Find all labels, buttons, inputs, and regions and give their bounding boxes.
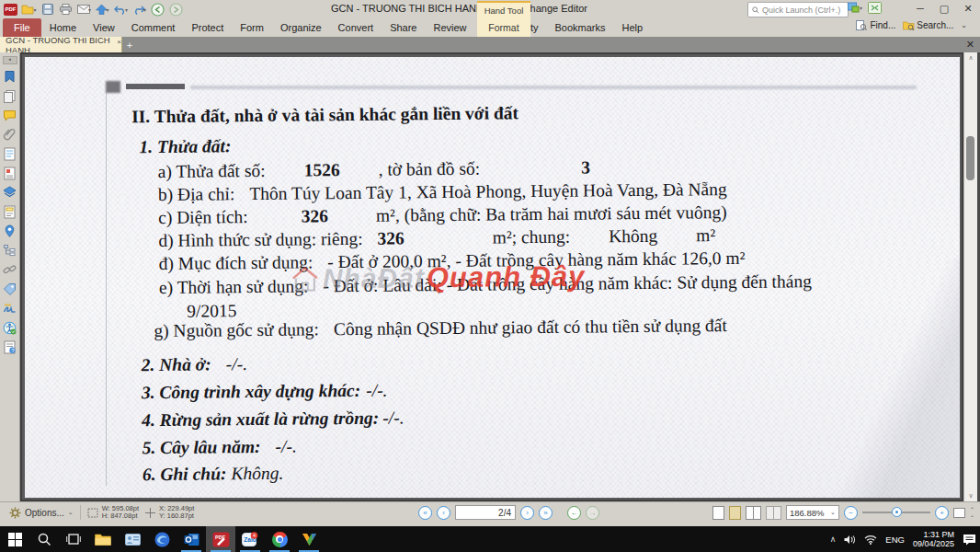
language-indicator[interactable]: ENG: [885, 535, 905, 545]
ribbon-tab-comment[interactable]: Comment: [123, 18, 184, 37]
section-5: 5. Cây lâu năm:-/-.: [142, 437, 296, 459]
document-tab-active[interactable]: GCN - TRUONG THI BICH HANH ×: [0, 37, 122, 52]
destinations-panel-icon[interactable]: [3, 147, 17, 161]
ribbon-tab-form[interactable]: Form: [232, 18, 272, 37]
new-tab-button[interactable]: +: [122, 37, 137, 52]
wifi-icon[interactable]: [864, 535, 877, 545]
tags-panel-icon[interactable]: [3, 282, 17, 296]
clock[interactable]: 1:31 PM 09/04/2025: [913, 530, 954, 548]
scroll-down-icon[interactable]: ∨: [968, 490, 973, 501]
panel-collapse-handle[interactable]: ◂: [3, 56, 17, 64]
scrollbar-thumb[interactable]: [966, 136, 974, 180]
content-panel-icon[interactable]: [3, 167, 17, 180]
bookmarks-panel-icon[interactable]: [3, 70, 17, 84]
attachments-panel-icon[interactable]: [3, 128, 17, 142]
close-button[interactable]: ✕: [956, 0, 980, 17]
undo-icon[interactable]: ▾: [113, 3, 129, 17]
volume-icon[interactable]: [844, 535, 856, 545]
zoom-in-button[interactable]: +: [935, 506, 949, 520]
tab-close-icon[interactable]: ×: [117, 38, 121, 46]
contextual-tab-group: Hand Tool Format: [477, 1, 530, 37]
section-heading: II. Thửa đất, nhà ở và tài sản khác gắn …: [131, 103, 518, 127]
zoom-slider[interactable]: [862, 512, 930, 513]
signatures-panel-icon[interactable]: [3, 302, 17, 316]
structure-panel-icon[interactable]: [3, 244, 17, 258]
line-e-cont: 9/2015: [187, 301, 236, 322]
two-page-continuous-layout-icon[interactable]: [766, 506, 781, 520]
prev-view-button[interactable]: ←: [567, 506, 581, 520]
zalo-icon[interactable]: Zalo4: [235, 526, 265, 552]
vertical-scrollbar[interactable]: ∧ ∨: [963, 52, 977, 501]
notification-center-icon[interactable]: [963, 534, 976, 546]
options-button[interactable]: Options... ⌄: [9, 507, 74, 519]
share-icon[interactable]: ▾: [95, 3, 110, 17]
scroll-up-icon[interactable]: ∧: [968, 52, 973, 63]
people-app-icon[interactable]: [118, 526, 147, 552]
comments-panel-icon[interactable]: [3, 109, 17, 122]
v-app-icon[interactable]: [294, 526, 324, 552]
zoom-out-button[interactable]: −: [844, 506, 858, 520]
ribbon-tab-protect[interactable]: Protect: [183, 18, 232, 37]
minimize-button[interactable]: ─: [908, 0, 932, 17]
fields-panel-icon[interactable]: [3, 205, 17, 219]
layers-panel-icon[interactable]: [3, 186, 17, 200]
file-explorer-icon[interactable]: [88, 526, 118, 552]
panel-icon-bar: ◂ ?: [0, 52, 20, 501]
chevron-down-icon[interactable]: ⌄: [961, 21, 967, 29]
two-page-layout-icon[interactable]: [746, 506, 761, 520]
thumbnails-panel-icon[interactable]: [3, 89, 17, 103]
line-a: a) Thửa đất số:1526, tờ bản đồ số:3: [158, 157, 590, 182]
find-button[interactable]: Find...: [856, 20, 895, 30]
maximize-button[interactable]: ▢: [932, 0, 956, 17]
ribbon-tab-convert[interactable]: Convert: [330, 18, 382, 37]
tabstrip-close-icon[interactable]: ✕: [966, 39, 974, 51]
search-button[interactable]: Search...: [903, 20, 953, 30]
statusbar-expand-icon[interactable]: ⌃⌄: [970, 507, 974, 518]
ribbon-tab-format[interactable]: Format: [477, 22, 530, 33]
links-panel-icon[interactable]: [3, 263, 17, 277]
pdf-xchange-taskbar-icon[interactable]: PDF: [206, 526, 235, 552]
save-icon[interactable]: [40, 3, 55, 17]
accessibility-panel-icon[interactable]: [3, 321, 17, 335]
document-pane[interactable]: II. Thửa đất, nhà ở và tài sản khác gắn …: [20, 52, 963, 501]
task-view-icon[interactable]: [59, 526, 88, 552]
app-logo-icon: PDF: [3, 3, 18, 17]
fit-page-icon[interactable]: [953, 508, 965, 518]
watermark-red-text: Quanh Đây: [427, 260, 586, 295]
page-size-icon: [87, 508, 98, 518]
continuous-layout-icon[interactable]: [729, 506, 741, 520]
ribbon-tab-help[interactable]: Help: [614, 18, 652, 37]
single-page-layout-icon[interactable]: [712, 506, 724, 520]
view-options-icon[interactable]: ▾: [848, 2, 862, 14]
named-destinations-panel-icon[interactable]: [3, 224, 17, 238]
next-view-button[interactable]: →: [586, 506, 599, 520]
start-button[interactable]: [0, 526, 29, 552]
taskbar-search-icon[interactable]: [29, 526, 59, 552]
outlook-icon[interactable]: [177, 526, 206, 552]
hidden-icons-chevron[interactable]: ∧: [830, 535, 837, 544]
chrome-icon[interactable]: [265, 526, 294, 552]
edge-browser-icon[interactable]: [147, 526, 177, 552]
ribbon-tab-review[interactable]: Review: [425, 18, 474, 37]
history-forward-icon[interactable]: [168, 3, 184, 17]
print-icon[interactable]: [58, 3, 74, 17]
zoom-slider-knob[interactable]: [892, 507, 902, 517]
session-icon[interactable]: [868, 2, 882, 14]
ribbon-tab-organize[interactable]: Organize: [272, 18, 330, 37]
zoom-level-select[interactable]: 186.88%⌄: [786, 505, 839, 520]
watermark-house-icon: [290, 265, 321, 293]
open-file-icon[interactable]: ▾: [21, 3, 37, 17]
quick-launch-input[interactable]: Quick Launch (Ctrl+.): [747, 2, 849, 17]
properties-panel-icon[interactable]: ?: [3, 340, 17, 354]
ribbon-tab-share[interactable]: Share: [382, 18, 425, 37]
last-page-button[interactable]: »: [539, 506, 553, 520]
redo-icon[interactable]: ▾: [131, 3, 147, 17]
ribbon-tab-bookmarks[interactable]: Bookmarks: [546, 18, 613, 37]
history-back-icon[interactable]: [150, 3, 165, 17]
page-number-input[interactable]: 2/4: [455, 505, 516, 520]
first-page-button[interactable]: «: [418, 506, 432, 520]
email-icon[interactable]: ▾: [76, 3, 92, 17]
quick-launch-placeholder: Quick Launch (Ctrl+.): [762, 6, 840, 15]
next-page-button[interactable]: ›: [520, 506, 534, 520]
prev-page-button[interactable]: ‹: [437, 506, 450, 520]
